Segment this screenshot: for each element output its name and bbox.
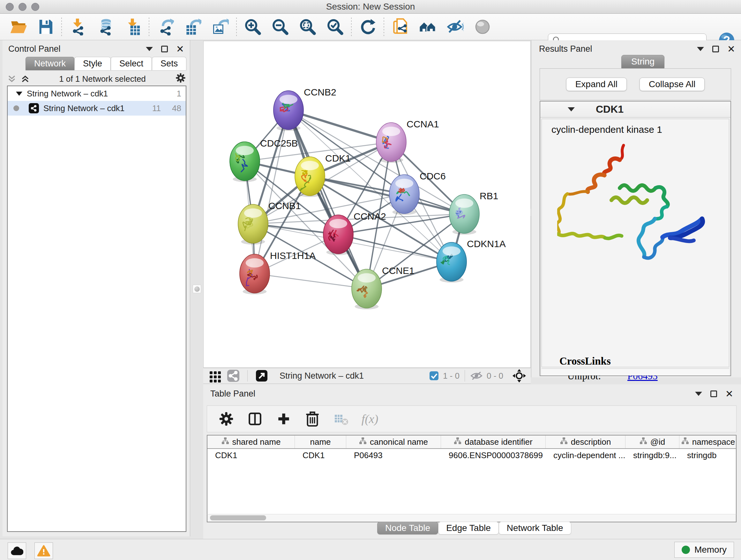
add-column-button[interactable] <box>275 410 293 428</box>
table-float-icon[interactable] <box>711 390 717 397</box>
tab-select[interactable]: Select <box>111 57 152 70</box>
memory-button[interactable]: Memory <box>674 542 734 558</box>
tab-network[interactable]: Network <box>25 57 74 70</box>
column-header-description[interactable]: description <box>546 435 625 448</box>
column-header--id[interactable]: @id <box>625 435 679 448</box>
grid-view-icon[interactable] <box>206 367 224 385</box>
import-network-button[interactable] <box>68 17 87 37</box>
open-in-new-window-icon[interactable] <box>253 367 271 385</box>
export-image-button[interactable] <box>211 17 230 37</box>
node-CCNB2[interactable]: CCNB2 <box>273 87 336 131</box>
collapse-all-icon[interactable] <box>7 74 17 84</box>
cloud-button[interactable] <box>8 543 26 559</box>
node-CDK1[interactable]: CDK1 <box>295 153 351 197</box>
results-float-icon[interactable] <box>712 46 719 52</box>
column-tree-icon <box>359 437 367 447</box>
tab-sets[interactable]: Sets <box>152 57 186 70</box>
expand-all-icon[interactable] <box>20 74 30 84</box>
results-menu-icon[interactable] <box>697 47 704 51</box>
node-CCNB1[interactable]: CCNB1 <box>238 200 301 245</box>
table-hscrollbar[interactable] <box>207 514 737 522</box>
fit-content-icon[interactable] <box>510 367 528 385</box>
export-table-button[interactable] <box>183 17 202 37</box>
table-row[interactable]: CDK1CDK1P064939606.ENSP00000378699cyclin… <box>207 449 736 462</box>
export-network-button[interactable] <box>156 17 175 37</box>
node-CDKN1A[interactable]: CDKN1A <box>436 239 506 283</box>
tab-node-table[interactable]: Node Table <box>377 522 438 535</box>
import-table-button[interactable] <box>123 17 142 37</box>
crosslinks-title: CrossLinks <box>542 355 729 367</box>
clone-network-button[interactable] <box>391 17 410 37</box>
network-share-view-icon[interactable] <box>224 367 242 385</box>
tab-network-table[interactable]: Network Table <box>499 522 571 535</box>
cell-canonical-name[interactable]: P06493 <box>346 449 441 462</box>
tab-style[interactable]: Style <box>74 57 111 70</box>
cell-description[interactable]: cyclin-dependent ... <box>546 449 625 462</box>
warnings-button[interactable] <box>35 543 53 559</box>
zoom-out-button[interactable] <box>271 17 290 37</box>
refresh-view-button[interactable] <box>358 17 377 37</box>
network-row[interactable]: String Network – cdk1 11 48 <box>8 101 186 116</box>
cell-namespace[interactable]: stringdb <box>679 449 737 462</box>
panel-menu-icon[interactable] <box>146 47 153 51</box>
selected-checkbox-icon[interactable] <box>429 371 439 381</box>
table-menu-icon[interactable] <box>695 392 702 396</box>
minimize-window-icon[interactable] <box>18 3 26 11</box>
network-selection-row: 1 of 1 Network selected <box>7 72 186 85</box>
table-close-icon[interactable]: ✕ <box>725 389 733 399</box>
open-session-button[interactable] <box>8 17 27 37</box>
column-header-shared-name[interactable]: shared name <box>207 435 295 448</box>
table-settings-button[interactable] <box>217 410 235 428</box>
node-HIST1H1A[interactable]: HIST1H1A <box>240 250 316 294</box>
delete-column-button[interactable] <box>304 410 321 428</box>
column-header-namespace[interactable]: namespace <box>679 435 737 448</box>
tab-string[interactable]: String <box>621 55 664 68</box>
node-RB1[interactable]: RB1 <box>449 191 498 235</box>
column-header-canonical-name[interactable]: canonical name <box>346 435 441 448</box>
edge-count: 48 <box>161 104 181 113</box>
network-edges <box>245 110 464 289</box>
hide-glasses-button[interactable] <box>446 17 465 37</box>
cell--id[interactable]: stringdb:9... <box>625 449 679 462</box>
network-collection-row[interactable]: String Network – cdk1 1 <box>8 86 186 101</box>
network-options-gear-icon[interactable] <box>175 72 186 86</box>
close-panel-icon[interactable]: ✕ <box>176 44 184 54</box>
close-window-icon[interactable] <box>6 3 14 11</box>
cell-shared-name[interactable]: CDK1 <box>207 449 295 462</box>
gene-section-header[interactable]: CDK1 <box>540 102 731 118</box>
column-header-name[interactable]: name <box>295 435 346 448</box>
cell-database-identifier[interactable]: 9606.ENSP00000378699 <box>441 449 546 462</box>
results-scroll-strip[interactable] <box>542 368 729 375</box>
cell-name[interactable]: CDK1 <box>295 449 346 462</box>
zoom-window-icon[interactable] <box>31 3 39 11</box>
import-database-button[interactable] <box>96 17 115 37</box>
node-CCNA1[interactable]: CCNA1 <box>376 119 439 163</box>
tab-edge-table[interactable]: Edge Table <box>438 522 499 535</box>
network-view-canvas[interactable]: CCNB2 CCNA1 CDC25B CDK1 CDC6 <box>203 41 531 368</box>
show-eye-button[interactable] <box>473 17 492 37</box>
edge-CCNB2-CCNA1[interactable] <box>288 110 391 142</box>
node-table[interactable]: shared namenamecanonical namedatabase id… <box>207 435 737 514</box>
table-hscrollbar-thumb[interactable] <box>210 515 266 520</box>
zoom-in-button[interactable] <box>243 17 262 37</box>
edge-HIST1H1A-CCNE1[interactable] <box>255 273 367 289</box>
network-view-title: String Network – cdk1 <box>280 371 364 381</box>
edge-CCNB2-CCNE1[interactable] <box>288 110 367 289</box>
collapse-all-button[interactable]: Collapse All <box>639 78 704 91</box>
home-networks-button[interactable] <box>418 17 437 37</box>
expand-all-button[interactable]: Expand All <box>566 78 627 91</box>
left-splitter-handle[interactable] <box>193 285 201 293</box>
collection-disclosure-icon[interactable] <box>16 91 22 96</box>
save-session-button[interactable] <box>36 17 55 37</box>
gene-disclosure-icon[interactable] <box>568 107 575 111</box>
edge-CCNA2-CDKN1A[interactable] <box>338 234 452 262</box>
column-header-database-identifier[interactable]: database identifier <box>441 435 546 448</box>
network-graph[interactable]: CCNB2 CCNA1 CDC25B CDK1 CDC6 <box>204 41 530 368</box>
show-columns-button[interactable] <box>246 410 264 428</box>
zoom-fit-button[interactable] <box>298 17 317 37</box>
results-close-icon[interactable]: ✕ <box>727 44 735 54</box>
float-panel-icon[interactable] <box>161 46 168 52</box>
node-CCNE1[interactable]: CCNE1 <box>352 265 414 309</box>
column-label: shared name <box>232 437 281 447</box>
zoom-selected-button[interactable] <box>326 17 345 37</box>
